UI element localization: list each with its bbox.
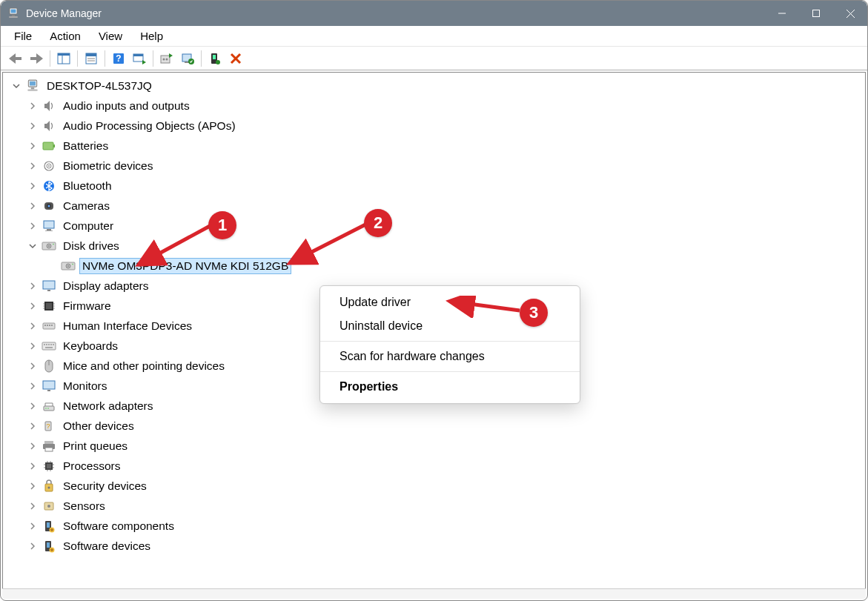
svg-text:?: ?	[46, 422, 50, 430]
expand-icon[interactable]	[27, 400, 39, 412]
biometric-icon	[42, 159, 56, 173]
expand-icon[interactable]	[27, 200, 39, 212]
minimize-button[interactable]	[765, 1, 799, 26]
back-button[interactable]	[5, 49, 26, 68]
expand-icon[interactable]	[27, 460, 39, 472]
svg-point-26	[166, 58, 168, 60]
tree-category[interactable]: Cameras	[3, 196, 865, 216]
svg-rect-51	[45, 230, 53, 231]
menu-view[interactable]: View	[90, 27, 131, 44]
battery-icon	[42, 139, 56, 153]
properties-button[interactable]	[81, 49, 102, 68]
svg-rect-11	[30, 57, 37, 60]
scan-hardware-button[interactable]	[129, 49, 150, 68]
tree-category[interactable]: Disk drives	[3, 236, 865, 256]
expand-icon[interactable]	[27, 160, 39, 172]
expand-icon[interactable]	[27, 320, 39, 332]
svg-rect-86	[44, 406, 54, 411]
tree-category[interactable]: Sensors	[3, 496, 865, 516]
expand-icon[interactable]	[27, 520, 39, 532]
uninstall-button[interactable]	[177, 49, 198, 68]
close-button[interactable]	[833, 1, 867, 26]
expand-icon[interactable]	[27, 340, 39, 352]
tree-category[interactable]: Bluetooth	[3, 176, 865, 196]
expand-icon[interactable]	[27, 180, 39, 192]
show-hide-tree-button[interactable]	[53, 49, 74, 68]
security-icon	[42, 479, 56, 494]
maximize-button[interactable]	[799, 1, 833, 26]
svg-marker-10	[36, 53, 43, 64]
tree-category[interactable]: Software devices	[3, 536, 865, 556]
tree-category[interactable]: Batteries	[3, 136, 865, 156]
collapse-icon[interactable]	[10, 80, 22, 92]
svg-rect-22	[133, 54, 143, 56]
cm-separator	[320, 371, 580, 372]
tree-category[interactable]: Computer	[3, 216, 865, 236]
svg-rect-61	[47, 290, 50, 291]
disable-button[interactable]	[225, 49, 246, 68]
tree-category-label: Software components	[61, 519, 176, 534]
tree-category-label: Firmware	[61, 299, 113, 313]
cm-scan-hardware[interactable]: Scan for hardware changes	[320, 345, 580, 368]
expand-icon[interactable]	[27, 440, 39, 452]
expand-icon[interactable]	[27, 240, 39, 252]
tree-category-label: Keyboards	[61, 339, 120, 353]
svg-rect-24	[161, 56, 170, 63]
tree-category-label: Batteries	[61, 139, 110, 153]
menu-action[interactable]: Action	[41, 27, 90, 44]
expand-icon[interactable]	[27, 360, 39, 372]
tree-category[interactable]: Processors	[3, 456, 865, 476]
svg-rect-112	[50, 529, 53, 531]
expand-icon[interactable]	[27, 480, 39, 492]
svg-rect-38	[31, 87, 35, 89]
svg-rect-109	[47, 522, 50, 528]
tree-category[interactable]: Biometric devices	[3, 156, 865, 176]
hid-icon	[42, 319, 56, 333]
enable-button[interactable]	[205, 49, 225, 68]
svg-point-88	[47, 408, 49, 409]
expand-icon[interactable]	[27, 280, 39, 292]
menu-help[interactable]: Help	[131, 27, 172, 44]
svg-point-59	[72, 263, 73, 265]
expand-icon[interactable]	[27, 500, 39, 512]
tree-category-label: Audio Processing Objects (APOs)	[61, 119, 238, 133]
svg-rect-117	[50, 549, 53, 551]
cpu-icon	[42, 459, 56, 474]
expand-icon[interactable]	[27, 380, 39, 392]
svg-marker-23	[142, 60, 146, 64]
expand-icon[interactable]	[27, 120, 39, 132]
tree-category[interactable]: ? Other devices	[3, 416, 865, 436]
svg-rect-40	[43, 142, 53, 150]
svg-rect-85	[47, 390, 50, 391]
menu-file[interactable]: File	[5, 27, 41, 44]
tree-category[interactable]: Audio Processing Objects (APOs)	[3, 116, 865, 136]
svg-rect-93	[45, 448, 53, 451]
tree-root[interactable]: DESKTOP-4L537JQ	[3, 76, 865, 96]
status-bar	[2, 588, 866, 599]
tree-category-label: Other devices	[61, 419, 136, 434]
expand-icon[interactable]	[27, 420, 39, 432]
svg-rect-9	[15, 57, 21, 60]
tree-category-label: Monitors	[61, 379, 109, 394]
speaker-icon	[42, 99, 56, 113]
forward-button[interactable]	[26, 49, 47, 68]
tree-category-label: Audio inputs and outputs	[61, 99, 192, 113]
tree-category[interactable]: Audio inputs and outputs	[3, 96, 865, 116]
tree-category[interactable]: Print queues	[3, 436, 865, 456]
tree-category[interactable]: Software components	[3, 516, 865, 536]
help-button[interactable]: ?	[108, 49, 129, 68]
expand-icon[interactable]	[27, 100, 39, 112]
svg-rect-76	[44, 344, 45, 345]
cm-properties[interactable]: Properties	[320, 375, 580, 399]
expand-icon[interactable]	[27, 300, 39, 312]
tree-category[interactable]: Security devices	[3, 476, 865, 496]
svg-point-33	[216, 60, 220, 64]
expand-icon[interactable]	[27, 220, 39, 232]
update-driver-button[interactable]	[156, 49, 177, 68]
expand-icon[interactable]	[27, 140, 39, 152]
tree-device[interactable]: NVMe OM3PDP3-AD NVMe KDI 512GB	[3, 256, 865, 276]
keyboard-icon	[42, 339, 56, 353]
tree-category-label: Processors	[61, 459, 123, 474]
expand-icon[interactable]	[27, 540, 39, 552]
svg-rect-75	[42, 342, 56, 350]
